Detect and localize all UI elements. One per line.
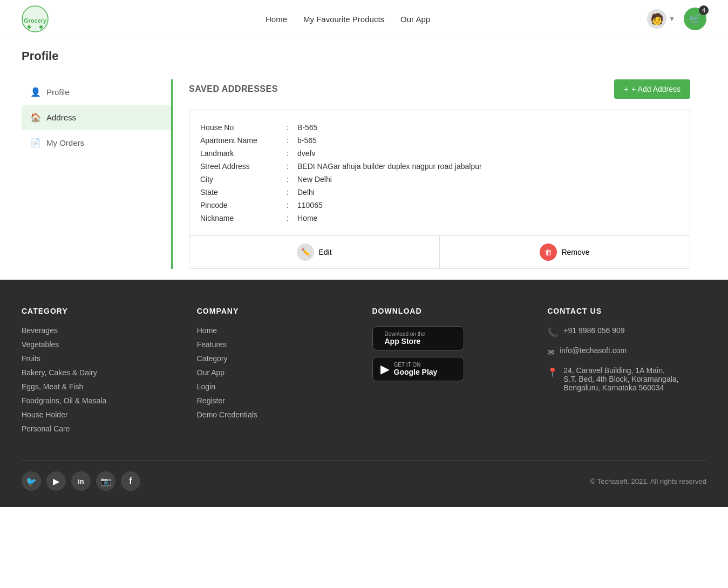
house-no-label: House No bbox=[200, 123, 287, 132]
footer-link-beverages[interactable]: Beverages bbox=[22, 326, 181, 335]
youtube-icon[interactable]: ▶ bbox=[46, 471, 66, 491]
street-label: Street Address bbox=[200, 162, 287, 171]
address-details: House No : B-565 Apartment Name : b-565 … bbox=[189, 110, 690, 235]
city-value: New Delhi bbox=[297, 175, 679, 184]
instagram-icon[interactable]: 📷 bbox=[96, 471, 115, 491]
address-row-house: House No : B-565 bbox=[200, 121, 679, 134]
logo[interactable]: Grocery bbox=[22, 5, 49, 32]
footer-download: DOWNLOAD Download on the App Store ▶ GET… bbox=[372, 307, 532, 438]
colon-4: : bbox=[287, 162, 297, 171]
address-row-pincode: Pincode : 110065 bbox=[200, 199, 679, 212]
footer-link-personal[interactable]: Personal Care bbox=[22, 424, 181, 433]
footer-link-vegetables[interactable]: Vegetables bbox=[22, 340, 181, 349]
add-icon: + bbox=[624, 85, 628, 93]
apartment-label: Apartment Name bbox=[200, 136, 287, 145]
street-value: BEDI NAGar ahuja builder duplex nagpur r… bbox=[297, 162, 679, 171]
colon-2: : bbox=[287, 136, 297, 145]
address-line2: S.T. Bed, 4th Block, Koramangala, bbox=[563, 375, 678, 383]
nav-favourites[interactable]: My Favourite Products bbox=[303, 15, 384, 24]
sidebar-item-address[interactable]: 🏠 Address bbox=[22, 105, 171, 130]
pincode-value: 110065 bbox=[297, 201, 679, 209]
footer-link-login[interactable]: Login bbox=[197, 382, 356, 391]
footer-grid: CATEGORY Beverages Vegetables Fruits Bak… bbox=[22, 307, 706, 438]
svg-point-3 bbox=[39, 25, 43, 29]
page-header: Profile bbox=[0, 38, 728, 69]
app-store-button[interactable]: Download on the App Store bbox=[372, 326, 464, 350]
header: Grocery Home My Favourite Products Our A… bbox=[0, 0, 728, 38]
footer-link-eggs[interactable]: Eggs, Meat & Fish bbox=[22, 382, 181, 391]
linkedin-icon[interactable]: in bbox=[71, 471, 91, 491]
nav-our-app[interactable]: Our App bbox=[400, 15, 430, 24]
address-row-state: State : Delhi bbox=[200, 186, 679, 199]
footer-link-category[interactable]: Category bbox=[197, 354, 356, 363]
download-title: DOWNLOAD bbox=[372, 307, 532, 315]
footer-link-our-app[interactable]: Our App bbox=[197, 368, 356, 377]
footer-link-fruits[interactable]: Fruits bbox=[22, 354, 181, 363]
footer-link-register[interactable]: Register bbox=[197, 396, 356, 405]
user-area: 🧑 ▼ 🛒 4 bbox=[647, 8, 706, 30]
nav: Home My Favourite Products Our App bbox=[266, 15, 430, 24]
google-play-text: GET IT ON Google Play bbox=[394, 362, 438, 376]
footer-category: CATEGORY Beverages Vegetables Fruits Bak… bbox=[22, 307, 181, 438]
google-play-button[interactable]: ▶ GET IT ON Google Play bbox=[372, 357, 464, 381]
sidebar-item-profile[interactable]: 👤 Profile bbox=[22, 79, 171, 105]
address-text: 24, Caravel Building, 1A Main, S.T. Bed,… bbox=[563, 366, 678, 392]
landmark-label: Landmark bbox=[200, 149, 287, 158]
avatar-dropdown-icon: ▼ bbox=[669, 15, 675, 23]
edit-label: Edit bbox=[318, 248, 331, 256]
colon-6: : bbox=[287, 188, 297, 197]
apartment-value: b-565 bbox=[297, 136, 679, 145]
colon-1: : bbox=[287, 123, 297, 132]
nickname-label: Nickname bbox=[200, 214, 287, 222]
footer-link-bakery[interactable]: Bakery, Cakes & Dairy bbox=[22, 368, 181, 377]
sidebar-item-orders[interactable]: 📄 My Orders bbox=[22, 130, 171, 156]
social-icons: 🐦 ▶ in 📷 f bbox=[22, 471, 140, 491]
contact-email: ✉ info@techasoft.com bbox=[547, 346, 706, 357]
remove-button[interactable]: 🗑 Remove bbox=[439, 236, 690, 268]
footer-link-demo[interactable]: Demo Credentials bbox=[197, 410, 356, 419]
footer-link-features[interactable]: Features bbox=[197, 340, 356, 349]
facebook-icon[interactable]: f bbox=[121, 471, 140, 491]
footer-link-foodgrains[interactable]: Foodgrains, Oil & Masala bbox=[22, 396, 181, 405]
nav-home[interactable]: Home bbox=[266, 15, 287, 24]
nickname-value: Home bbox=[297, 214, 679, 222]
contact-phone: 📞 +91 9986 056 909 bbox=[547, 326, 706, 337]
colon-8: : bbox=[287, 214, 297, 222]
footer: CATEGORY Beverages Vegetables Fruits Bak… bbox=[0, 280, 728, 507]
cart-button[interactable]: 🛒 4 bbox=[684, 8, 706, 30]
email-address: info@techasoft.com bbox=[560, 346, 627, 355]
footer-link-home[interactable]: Home bbox=[197, 326, 356, 335]
footer-link-house[interactable]: House Holder bbox=[22, 410, 181, 419]
landmark-value: dvefv bbox=[297, 149, 679, 158]
company-title: COMPANY bbox=[197, 307, 356, 315]
footer-contact: CONTACT US 📞 +91 9986 056 909 ✉ info@tec… bbox=[547, 307, 706, 438]
phone-icon: 📞 bbox=[547, 327, 558, 337]
main-content: 👤 Profile 🏠 Address 📄 My Orders SAVED AD… bbox=[0, 69, 728, 280]
address-row-street: Street Address : BEDI NAGar ahuja builde… bbox=[200, 160, 679, 173]
address-card: House No : B-565 Apartment Name : b-565 … bbox=[189, 110, 690, 269]
edit-icon: ✏️ bbox=[297, 244, 314, 261]
remove-label: Remove bbox=[561, 248, 589, 256]
address-row-apartment: Apartment Name : b-565 bbox=[200, 134, 679, 147]
address-row-landmark: Landmark : dvefv bbox=[200, 147, 679, 160]
sidebar: 👤 Profile 🏠 Address 📄 My Orders bbox=[22, 79, 173, 269]
edit-button[interactable]: ✏️ Edit bbox=[189, 236, 439, 268]
address-line1: 24, Caravel Building, 1A Main, bbox=[563, 366, 678, 375]
address-actions: ✏️ Edit 🗑 Remove bbox=[189, 235, 690, 268]
section-title: SAVED ADDRESSES bbox=[189, 84, 278, 94]
add-address-button[interactable]: + + Add Address bbox=[614, 79, 690, 99]
app-store-main: App Store bbox=[385, 337, 425, 346]
twitter-icon[interactable]: 🐦 bbox=[22, 471, 41, 491]
add-address-label: + Add Address bbox=[631, 85, 681, 93]
state-label: State bbox=[200, 188, 287, 197]
app-store-sub: Download on the bbox=[385, 331, 425, 337]
footer-bottom: 🐦 ▶ in 📷 f © Techasoft. 2021. All rights… bbox=[22, 460, 706, 491]
orders-icon: 📄 bbox=[30, 138, 41, 148]
user-avatar[interactable]: 🧑 ▼ bbox=[647, 9, 675, 29]
colon-5: : bbox=[287, 175, 297, 184]
address-icon: 🏠 bbox=[30, 112, 41, 123]
avatar-image: 🧑 bbox=[647, 9, 666, 29]
cart-badge: 4 bbox=[699, 5, 709, 15]
colon-3: : bbox=[287, 149, 297, 158]
content-area: SAVED ADDRESSES + + Add Address House No… bbox=[173, 79, 706, 269]
